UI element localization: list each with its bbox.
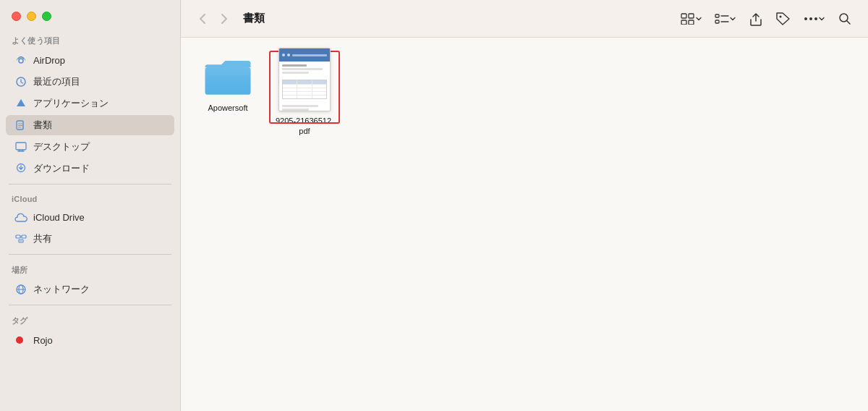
file-item-pdf[interactable]: 9205-21636512.pdf: [272, 52, 337, 140]
more-button[interactable]: [799, 13, 829, 25]
fullscreen-button[interactable]: [42, 12, 51, 21]
sidebar-item-network[interactable]: ネットワーク: [6, 279, 174, 300]
pdf-cell-3: [312, 85, 326, 88]
toolbar-actions: [676, 7, 856, 30]
svg-rect-6: [22, 235, 26, 238]
airdrop-label: AirDrop: [33, 55, 65, 66]
pdf-line-3: [282, 72, 309, 74]
share-button[interactable]: [744, 7, 767, 30]
minimize-button[interactable]: [27, 12, 36, 21]
main-area: 書類: [181, 0, 868, 411]
recents-icon: [14, 75, 27, 88]
applications-label: アプリケーション: [33, 97, 109, 110]
pdf-cell-6: [312, 88, 326, 91]
documents-label: 書類: [33, 119, 52, 132]
nav-buttons: [192, 9, 234, 29]
svg-rect-14: [715, 14, 719, 17]
pdf-cell-11: [297, 96, 312, 98]
desktop-icon: [14, 140, 27, 153]
svg-point-0: [19, 59, 23, 63]
search-button[interactable]: [833, 7, 856, 30]
share-icon: [749, 12, 762, 26]
divider-1: [9, 184, 171, 185]
search-icon: [838, 12, 851, 25]
pdf-cell-4: [283, 88, 297, 91]
sidebar-item-airdrop[interactable]: AirDrop: [6, 50, 174, 70]
pdf-line-2: [282, 68, 323, 70]
pdf-content-2: [279, 102, 330, 111]
tag-rojo-label: Rojo: [33, 335, 53, 346]
favorites-section-label: よく使う項目: [0, 30, 180, 49]
divider-2: [9, 254, 171, 255]
pdf-thumbnail: [278, 48, 331, 111]
forward-button[interactable]: [214, 9, 234, 29]
pdf-cell-2: [297, 85, 312, 88]
pdf-label: 9205-21636512.pdf: [275, 116, 334, 137]
shared-label: 共有: [33, 232, 52, 245]
chevron-down-3-icon: [819, 16, 825, 22]
list-view-icon: [715, 14, 729, 24]
pdf-line-4: [282, 105, 318, 107]
pdf-table-header-2: [297, 80, 312, 84]
view-icons-button[interactable]: [676, 10, 706, 27]
sidebar-item-icloud-drive[interactable]: iCloud Drive: [6, 207, 174, 227]
window-controls: [0, 0, 180, 30]
sidebar-item-documents[interactable]: 書類: [6, 115, 174, 135]
pdf-line-1: [282, 64, 307, 67]
icloud-section-label: iCloud: [0, 189, 180, 206]
more-icon: [804, 17, 818, 21]
pdf-cell-12: [312, 96, 326, 98]
file-item-apowersoft[interactable]: Apowersoft: [195, 52, 260, 140]
grid-view-icon: [681, 13, 695, 25]
pdf-content: [279, 62, 330, 77]
pdf-header-bar: [279, 48, 330, 62]
tag-icon: [776, 12, 791, 25]
toolbar-title: 書類: [243, 12, 265, 25]
downloads-icon: [14, 162, 27, 175]
pdf-cell-9: [312, 92, 326, 95]
downloads-label: ダウンロード: [33, 162, 90, 175]
tag-button[interactable]: [772, 7, 795, 30]
locations-section-label: 場所: [0, 259, 180, 279]
icloud-drive-label: iCloud Drive: [33, 212, 85, 223]
svg-rect-11: [689, 14, 694, 18]
pdf-table-row-5: [283, 96, 326, 98]
svg-point-20: [840, 14, 848, 22]
svg-point-17: [804, 17, 807, 20]
tag-red-icon: [14, 334, 27, 347]
folder-icon: [202, 55, 254, 98]
desktop-label: デスクトップ: [33, 140, 90, 153]
sidebar-item-shared[interactable]: 共有: [6, 229, 174, 249]
pdf-line-5: [282, 109, 309, 111]
pdf-cell-10: [283, 96, 297, 98]
chevron-down-2-icon: [730, 16, 736, 22]
svg-rect-10: [681, 14, 686, 18]
divider-3: [9, 305, 171, 305]
sidebar-resize-handle[interactable]: [177, 0, 180, 411]
sidebar-item-applications[interactable]: アプリケーション: [6, 93, 174, 114]
sidebar-item-downloads[interactable]: ダウンロード: [6, 158, 174, 179]
airdrop-icon: [14, 54, 27, 67]
pdf-cell-7: [283, 92, 297, 95]
svg-point-16: [780, 15, 782, 17]
svg-rect-5: [16, 235, 20, 238]
pdf-dot-1: [282, 54, 285, 56]
toolbar: 書類: [181, 0, 868, 38]
sidebar-item-tag-rojo[interactable]: Rojo: [6, 330, 174, 350]
svg-point-19: [814, 17, 817, 20]
recents-label: 最近の項目: [33, 75, 80, 88]
pdf-table: [282, 80, 327, 99]
view-list-button[interactable]: [710, 11, 740, 27]
close-button[interactable]: [12, 12, 21, 21]
svg-rect-15: [715, 20, 719, 23]
pdf-cell-8: [297, 92, 312, 95]
pdf-table-header-1: [283, 80, 297, 84]
back-button[interactable]: [192, 9, 213, 29]
svg-rect-22: [205, 67, 251, 95]
sidebar-item-desktop[interactable]: デスクトップ: [6, 137, 174, 157]
svg-point-18: [809, 17, 812, 20]
sidebar-item-recents[interactable]: 最近の項目: [6, 72, 174, 92]
svg-rect-12: [681, 20, 686, 25]
pdf-header-bar-line: [292, 54, 327, 56]
shared-icon: [14, 232, 27, 245]
